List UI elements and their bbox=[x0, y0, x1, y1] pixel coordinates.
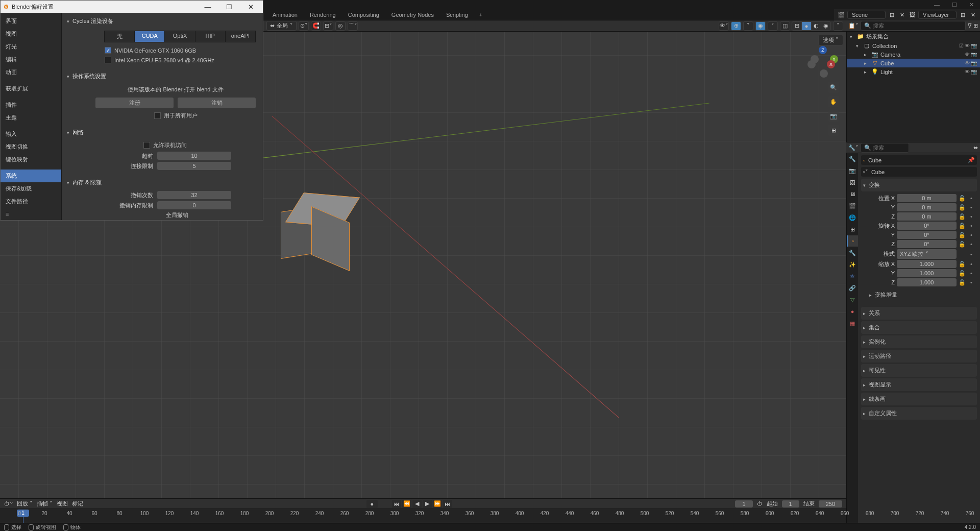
cycles-devices-panel-header[interactable]: ▾ Cycles 渲染设备 bbox=[65, 16, 258, 27]
memory-panel-header[interactable]: ▾ 内存 & 限额 bbox=[65, 177, 258, 188]
lock-icon[interactable]: 🔓 bbox=[959, 204, 966, 211]
device-checkbox[interactable] bbox=[105, 57, 111, 63]
layer-delete-icon[interactable]: ✕ bbox=[969, 11, 977, 19]
rotation-x-field[interactable]: 0° bbox=[897, 222, 957, 230]
viewport-options-dropdown[interactable]: 选项 ˅ bbox=[818, 35, 843, 45]
outliner-scene-collection[interactable]: ▾📁 场景集合 bbox=[847, 32, 980, 41]
shading-solid[interactable]: ● bbox=[801, 21, 812, 31]
property-panel-header[interactable]: ▸线条画 bbox=[861, 393, 977, 405]
scene-new-icon[interactable]: ⊞ bbox=[888, 11, 896, 19]
start-frame-field[interactable]: 1 bbox=[782, 500, 799, 508]
pin-icon[interactable]: 📌 bbox=[968, 157, 975, 163]
tab-object[interactable]: ▫ bbox=[847, 235, 858, 247]
property-panel-header[interactable]: ▸关系 bbox=[861, 307, 977, 320]
editor-type-icon[interactable]: 🔧˅ bbox=[848, 144, 859, 151]
prefs-sidebar-item[interactable]: 视图切换 bbox=[1, 140, 61, 153]
overlay-dropdown[interactable]: ˅ bbox=[768, 21, 778, 31]
tab-render[interactable]: 📷 bbox=[847, 165, 858, 176]
playback-menu[interactable]: 回放 ˅ bbox=[17, 500, 33, 508]
shading-rendered[interactable]: ◉ bbox=[821, 21, 831, 31]
gizmo-toggle[interactable]: ⊕ bbox=[731, 21, 741, 31]
tab-modifiers[interactable]: 🔧 bbox=[847, 247, 858, 258]
location-z-field[interactable]: 0 m bbox=[897, 212, 957, 221]
prefs-sidebar-item[interactable]: 获取扩展 bbox=[1, 82, 61, 95]
network-panel-header[interactable]: ▾ 网络 bbox=[65, 127, 258, 138]
disable-render-icon[interactable]: 📷 bbox=[971, 60, 977, 66]
orientation-dropdown[interactable]: ⬌ 全局 ˅ bbox=[266, 21, 297, 31]
collection-exclude-checkbox[interactable]: ☑ bbox=[959, 43, 964, 49]
pan-icon[interactable]: ✋ bbox=[828, 96, 839, 107]
prev-keyframe-icon[interactable]: ⏪ bbox=[402, 500, 411, 508]
minimize-icon[interactable]: — bbox=[934, 2, 940, 8]
new-collection-icon[interactable]: ⊞ bbox=[973, 22, 978, 29]
layer-new-icon[interactable]: ⊞ bbox=[959, 11, 967, 19]
hide-icon[interactable]: 👁 bbox=[965, 60, 970, 66]
outliner-item[interactable]: ▸💡Light👁 📷 bbox=[847, 67, 980, 76]
allow-online-checkbox[interactable] bbox=[143, 142, 150, 149]
gizmo-neg-z[interactable] bbox=[820, 69, 828, 78]
prefs-sidebar-item[interactable]: 主题 bbox=[1, 111, 61, 124]
lock-icon[interactable]: 🔓 bbox=[959, 261, 966, 268]
outliner-item[interactable]: ▸📷Camera👁 📷 bbox=[847, 50, 980, 59]
tab-compositing[interactable]: Compositing bbox=[343, 10, 384, 19]
pivot-dropdown[interactable]: ⊙˅ bbox=[299, 21, 309, 31]
shading-material[interactable]: ◐ bbox=[811, 21, 821, 31]
navigation-gizmo[interactable]: Z Y X bbox=[807, 46, 838, 77]
end-frame-field[interactable]: 250 bbox=[819, 500, 842, 508]
prefs-sidebar-item[interactable]: 编辑 bbox=[1, 53, 61, 66]
scale-z-field[interactable]: 1.000 bbox=[897, 278, 957, 286]
tab-viewlayer[interactable]: 🖥 bbox=[847, 188, 858, 200]
scene-delete-icon[interactable]: ✕ bbox=[898, 11, 906, 19]
tab-world[interactable]: 🌐 bbox=[847, 212, 858, 223]
undo-mem-field[interactable]: 0 bbox=[157, 201, 231, 209]
tab-data[interactable]: ▽ bbox=[847, 294, 858, 305]
tab-rendering[interactable]: Rendering bbox=[305, 10, 341, 19]
play-icon[interactable]: ▶ bbox=[423, 500, 432, 508]
preferences-titlebar[interactable]: ⚙ Blender偏好设置 — ☐ ✕ bbox=[1, 1, 263, 13]
marker-menu[interactable]: 标记 bbox=[72, 500, 83, 508]
os-settings-panel-header[interactable]: ▾ 操作系统设置 bbox=[65, 71, 258, 82]
rotation-y-field[interactable]: 0° bbox=[897, 231, 957, 239]
shading-dropdown[interactable]: ˅ bbox=[833, 21, 843, 31]
tab-particles[interactable]: ✨ bbox=[847, 259, 858, 270]
add-workspace-icon[interactable]: + bbox=[475, 11, 486, 19]
prefs-sidebar-item[interactable]: 界面 bbox=[1, 15, 61, 28]
lock-icon[interactable]: 🔓 bbox=[959, 195, 966, 202]
rotation-z-field[interactable]: 0° bbox=[897, 240, 957, 248]
prefs-sidebar-item[interactable]: 文件路径 bbox=[1, 195, 61, 208]
shading-wireframe[interactable]: ⊞ bbox=[792, 21, 802, 31]
hamburger-icon[interactable]: ≡ bbox=[1, 208, 61, 220]
register-button[interactable]: 注册 bbox=[95, 98, 174, 108]
tab-physics[interactable]: ⚛ bbox=[847, 271, 858, 282]
location-x-field[interactable]: 0 m bbox=[897, 194, 957, 202]
editor-type-icon[interactable]: 📋˅ bbox=[848, 22, 859, 29]
prefs-sidebar-item[interactable]: 键位映射 bbox=[1, 153, 61, 166]
disable-render-icon[interactable]: 📷 bbox=[971, 69, 977, 75]
delta-transform-header[interactable]: ▸变换增量 bbox=[867, 288, 975, 301]
gizmo-dropdown[interactable]: ˅ bbox=[743, 21, 753, 31]
prefs-sidebar-item[interactable]: 输入 bbox=[1, 128, 61, 140]
lock-icon[interactable]: 🔓 bbox=[959, 241, 966, 248]
tab-material[interactable]: ● bbox=[847, 306, 858, 317]
jump-end-icon[interactable]: ⏭ bbox=[443, 500, 452, 508]
maximize-icon[interactable]: ☐ bbox=[952, 2, 957, 8]
scene-name[interactable]: Scene bbox=[847, 11, 886, 19]
property-panel-header[interactable]: ▸实例化 bbox=[861, 335, 977, 348]
gizmo-x-axis[interactable]: X bbox=[827, 60, 835, 68]
property-panel-header[interactable]: ▸自定义属性 bbox=[861, 407, 977, 420]
gizmo-neg-y[interactable] bbox=[811, 55, 819, 63]
keying-menu[interactable]: 插帧 ˅ bbox=[37, 500, 53, 508]
close-icon[interactable]: ✕ bbox=[969, 2, 974, 8]
prefs-maximize-icon[interactable]: ☐ bbox=[220, 3, 238, 11]
xray-toggle[interactable]: ◫ bbox=[780, 21, 790, 31]
play-reverse-icon[interactable]: ◀ bbox=[412, 500, 422, 508]
cube-object[interactable] bbox=[283, 195, 352, 269]
preview-range-icon[interactable]: ⏱ bbox=[757, 501, 763, 507]
all-users-checkbox[interactable] bbox=[154, 112, 161, 119]
timeline[interactable]: 1 02040608010012014016018020022024026028… bbox=[0, 509, 846, 523]
tab-output[interactable]: 🖼 bbox=[847, 177, 858, 188]
hide-icon[interactable]: 👁 bbox=[965, 52, 970, 57]
proportional-toggle[interactable]: ◎ bbox=[335, 21, 346, 31]
auto-keying-toggle[interactable]: ● bbox=[366, 500, 378, 508]
snap-dropdown[interactable]: ⊞˅ bbox=[323, 21, 333, 31]
